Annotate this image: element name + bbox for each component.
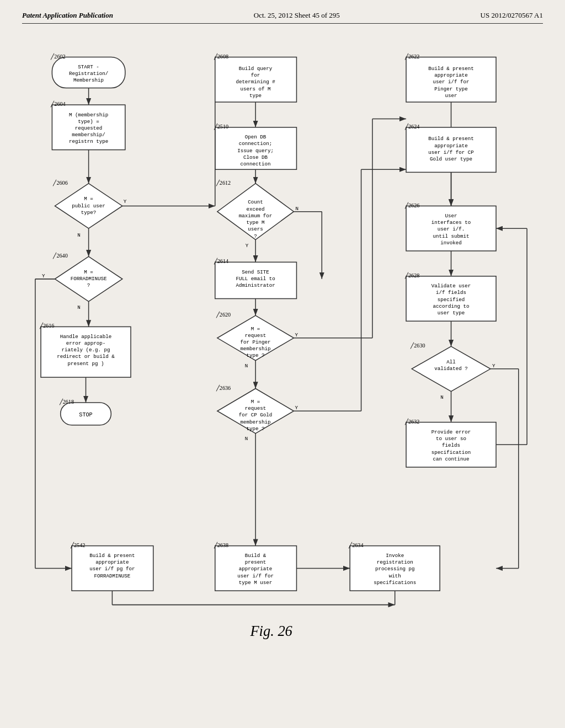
svg-text:for CP Gold: for CP Gold	[239, 412, 272, 418]
node-2616: Handle applicable error approp- riately …	[39, 322, 131, 377]
svg-text:appropriate: appropriate	[434, 72, 467, 78]
svg-text:riately (e.g. pg: riately (e.g. pg	[62, 347, 110, 353]
svg-text:appropriate: appropriate	[239, 566, 272, 572]
node-2624: Build & present appropriate user i/f for…	[404, 123, 496, 172]
svg-text:Open DB: Open DB	[245, 134, 266, 140]
svg-text:requested: requested	[75, 125, 102, 131]
svg-text:validated ?: validated ?	[434, 366, 467, 372]
node-2620: M = request for Pinger membership type ?…	[216, 311, 294, 360]
svg-text:type ?: type ?	[247, 352, 265, 358]
svg-text:for: for	[251, 72, 260, 78]
svg-text:type ?: type ?	[247, 426, 265, 432]
svg-text:╱2620: ╱2620	[216, 311, 231, 318]
svg-text:╱2632: ╱2632	[404, 418, 419, 425]
svg-text:Close DB: Close DB	[243, 154, 268, 160]
svg-text:Count: Count	[248, 199, 263, 205]
svg-text:N: N	[245, 436, 248, 442]
svg-text:user i/f for: user i/f for	[237, 573, 274, 579]
svg-text:STOP: STOP	[79, 412, 92, 418]
svg-text:connection;: connection;	[239, 141, 272, 147]
svg-text:user i/f.: user i/f.	[438, 226, 465, 232]
svg-text:interfaces to: interfaces to	[431, 220, 471, 226]
svg-text:╱2634: ╱2634	[348, 542, 363, 549]
svg-text:until submit: until submit	[433, 233, 470, 239]
svg-text:Registration/: Registration/	[69, 71, 108, 77]
svg-text:type M: type M	[247, 220, 265, 226]
svg-text:Build & present: Build & present	[428, 136, 473, 142]
svg-text:╱2628: ╱2628	[404, 272, 419, 279]
svg-text:╱2612: ╱2612	[216, 179, 231, 186]
svg-text:according to: according to	[433, 303, 470, 309]
svg-text:Build query: Build query	[239, 66, 273, 72]
svg-text:determining #: determining #	[236, 79, 275, 85]
svg-text:connection: connection	[241, 161, 271, 167]
svg-text:error approp-: error approp-	[66, 340, 105, 346]
svg-text:i/f fields: i/f fields	[436, 290, 466, 296]
svg-text:╱2638: ╱2638	[214, 542, 228, 549]
svg-text:specifications: specifications	[374, 580, 416, 586]
node-2628: Validate user i/f fields specified accor…	[404, 272, 496, 321]
node-2618: STOP ╱2618	[59, 398, 111, 425]
svg-text:Invoke: Invoke	[386, 553, 404, 559]
node-2626: User interfaces to user i/f. until submi…	[404, 201, 496, 250]
svg-text:N: N	[77, 304, 81, 311]
svg-text:╱2624: ╱2624	[404, 123, 419, 130]
node-2632: Provide error to user so fields specific…	[404, 418, 496, 467]
svg-text:present pg ): present pg )	[68, 361, 104, 367]
svg-text:Handle applicable: Handle applicable	[60, 334, 111, 340]
svg-text:FULL email to: FULL email to	[236, 276, 275, 282]
header-date-sheet: Oct. 25, 2012 Sheet 45 of 295	[254, 11, 340, 20]
svg-text:user type: user type	[438, 310, 465, 316]
svg-text:user i/f for: user i/f for	[433, 79, 470, 85]
svg-text:Pinger type: Pinger type	[434, 86, 467, 92]
svg-text:Y: Y	[246, 243, 249, 249]
svg-text:exceed: exceed	[247, 206, 265, 212]
svg-text:invoked: invoked	[440, 240, 461, 246]
svg-text:users: users	[248, 226, 263, 232]
svg-text:Fig. 26: Fig. 26	[249, 623, 292, 639]
header-publication-type: Patent Application Publication	[22, 11, 113, 20]
svg-text:Issue query;: Issue query;	[237, 148, 274, 154]
svg-text:maximum for: maximum for	[239, 213, 272, 219]
flowchart-diagram: START - Registration/ Membership ╱2602 M…	[22, 40, 543, 647]
node-2602: START - Registration/ Membership ╱2602	[50, 53, 125, 88]
svg-text:membership: membership	[241, 419, 271, 425]
svg-text:Y: Y	[295, 332, 298, 338]
svg-text:?: ?	[254, 233, 257, 239]
svg-text:user i/f for CP: user i/f for CP	[428, 149, 473, 156]
svg-text:M (membership: M (membership	[69, 111, 108, 117]
svg-text:can continue: can continue	[433, 456, 470, 462]
svg-text:processing pg: processing pg	[375, 566, 414, 572]
svg-text:Provide error: Provide error	[431, 429, 471, 435]
svg-text:Y: Y	[295, 405, 298, 411]
svg-text:redirect or build &: redirect or build &	[57, 354, 115, 360]
svg-text:Gold user type: Gold user type	[430, 156, 472, 162]
page-header: Patent Application Publication Oct. 25, …	[22, 11, 543, 24]
svg-text:N: N	[295, 206, 299, 212]
svg-text:╱2626: ╱2626	[404, 201, 419, 208]
node-2614: Send SITE FULL email to Administrator ╱2…	[214, 258, 297, 298]
svg-text:request: request	[245, 405, 266, 411]
svg-text:╱2622: ╱2622	[404, 53, 419, 60]
node-2604: M (membership type) = requested membersh…	[50, 100, 125, 149]
svg-text:╱2608: ╱2608	[214, 53, 228, 60]
svg-text:N: N	[245, 363, 248, 369]
svg-text:with: with	[389, 573, 401, 579]
svg-text:users of M: users of M	[241, 86, 271, 92]
node-2640: M = FORRADMINUSE ? ╱2640	[52, 252, 122, 301]
node-2606: M = public user type? ╱2606	[52, 179, 122, 228]
svg-text:Validate user: Validate user	[431, 283, 471, 289]
svg-text:╱2510: ╱2510	[214, 123, 228, 130]
svg-text:╱2602: ╱2602	[50, 53, 65, 60]
svg-text:Send SITE: Send SITE	[242, 269, 269, 275]
svg-text:membership/: membership/	[72, 132, 105, 138]
svg-text:membership: membership	[241, 346, 271, 352]
svg-text:present: present	[245, 559, 266, 565]
svg-text:?: ?	[87, 282, 90, 288]
svg-text:Y: Y	[124, 199, 127, 205]
svg-text:user i/f pg for: user i/f pg for	[89, 566, 135, 572]
svg-text:Y: Y	[42, 273, 45, 279]
node-2612: Count exceed maximum for type M users ? …	[216, 179, 294, 240]
node-2630: All validated ? ╱2630	[410, 342, 491, 391]
svg-text:╱2604: ╱2604	[50, 100, 65, 108]
